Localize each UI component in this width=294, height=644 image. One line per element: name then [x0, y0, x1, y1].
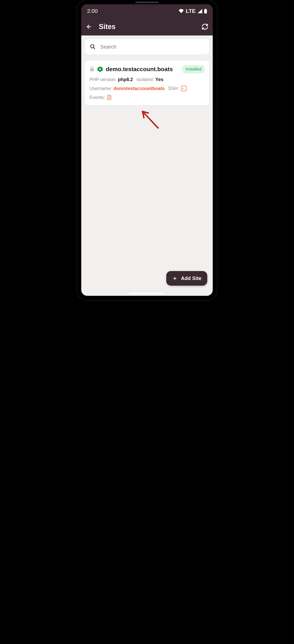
search-icon — [90, 44, 96, 50]
status-badge: Installed — [182, 65, 205, 73]
site-row-2: Username: demotestaccountboats SSH: >_ — [89, 86, 205, 91]
php-label: PHP version: — [89, 77, 117, 82]
nginx-icon: N — [97, 66, 103, 72]
arrow-left-icon — [86, 24, 92, 30]
content-area: N demo.testaccount.boats Installed PHP v… — [81, 36, 213, 109]
phone-notch — [135, 2, 159, 3]
add-site-button[interactable]: Add Site — [166, 271, 207, 286]
site-card[interactable]: N demo.testaccount.boats Installed PHP v… — [85, 61, 209, 105]
username-value: demotestaccountboats — [114, 86, 165, 91]
app-header: Sites — [81, 18, 213, 36]
site-row-3: Events: — [89, 95, 205, 100]
events-label: Events: — [89, 95, 105, 100]
svg-rect-1 — [205, 9, 206, 9]
fab-label: Add Site — [181, 275, 201, 281]
back-button[interactable] — [85, 23, 93, 30]
search-input[interactable] — [100, 44, 204, 50]
svg-point-2 — [91, 44, 94, 48]
refresh-button[interactable] — [201, 23, 209, 30]
ssh-label: SSH: — [168, 86, 179, 91]
isolated-label: Isolated: — [137, 77, 154, 82]
lock-icon — [89, 66, 95, 72]
home-indicator[interactable] — [130, 293, 164, 294]
svg-text:N: N — [99, 68, 101, 71]
network-label: LTE — [186, 8, 196, 14]
wifi-icon — [179, 9, 184, 13]
status-indicators: LTE — [179, 8, 207, 14]
status-bar: 2:00 LTE — [81, 4, 213, 18]
username-label: Username: — [89, 86, 112, 91]
page-title: Sites — [99, 22, 201, 31]
plus-icon — [172, 276, 177, 281]
isolated-value: Yes — [155, 77, 163, 82]
terminal-icon[interactable]: >_ — [181, 86, 186, 91]
signal-icon — [198, 9, 202, 13]
annotation-arrow — [140, 110, 163, 133]
site-name: demo.testaccount.boats — [106, 66, 180, 72]
refresh-icon — [201, 23, 208, 30]
site-row-1: PHP version: php8.2 Isolated: Yes — [89, 77, 205, 82]
svg-rect-0 — [204, 9, 207, 14]
phone-frame: 2:00 LTE Sites — [77, 0, 217, 300]
search-box[interactable] — [85, 39, 209, 54]
php-value: php8.2 — [118, 77, 133, 82]
document-icon[interactable] — [107, 95, 112, 100]
site-card-header: N demo.testaccount.boats Installed — [89, 65, 205, 73]
screen: 2:00 LTE Sites — [81, 4, 213, 296]
svg-rect-3 — [90, 68, 94, 71]
battery-icon — [204, 9, 207, 14]
status-time: 2:00 — [87, 8, 98, 14]
